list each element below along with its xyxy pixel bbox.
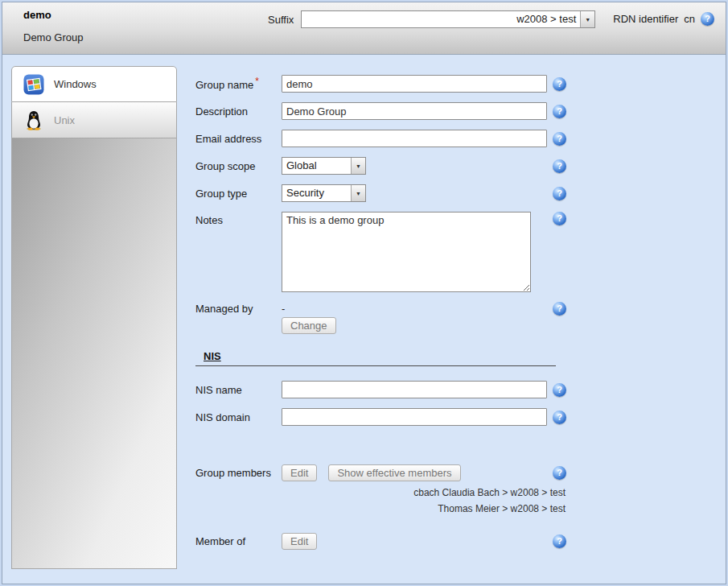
nis-name-label: NIS name (195, 384, 282, 396)
group-name-row: Group name* ? (195, 75, 574, 93)
nis-name-row: NIS name ? (195, 381, 574, 398)
rdn-label: RDN identifier (613, 13, 678, 25)
managed-by-value: - (282, 303, 285, 315)
group-name-label: Group name* (195, 76, 282, 91)
suffix-select[interactable]: w2008 > test ▼ (301, 10, 595, 28)
window: demo Demo Group Suffix w2008 > test ▼ RD… (2, 2, 726, 584)
group-members-edit-button[interactable]: Edit (282, 464, 317, 481)
notes-label: Notes (195, 212, 282, 226)
member-of-edit-button[interactable]: Edit (282, 533, 317, 550)
help-icon-nis-name[interactable]: ? (553, 383, 566, 397)
rdn-value: cn (684, 13, 695, 25)
group-members-label: Group members (195, 467, 282, 479)
group-scope-label: Group scope (195, 160, 282, 172)
group-scope-row: Group scope Global ▼ ? (195, 157, 574, 175)
help-icon-group-name[interactable]: ? (553, 77, 566, 91)
group-name-input[interactable] (282, 75, 547, 93)
member-item: cbach Claudia Bach > w2008 > test (195, 485, 566, 501)
managed-by-change-row: Change (195, 317, 574, 334)
main-form: Group name* ? Description ? Email addres… (195, 75, 574, 559)
help-icon-group-scope[interactable]: ? (553, 159, 566, 173)
group-members-row: Group members Edit Show effective member… (195, 464, 574, 481)
member-item: Thomas Meier > w2008 > test (195, 501, 566, 517)
nis-domain-label: NIS domain (195, 411, 282, 423)
header: demo Demo Group Suffix w2008 > test ▼ RD… (2, 2, 726, 55)
managed-by-label: Managed by (195, 303, 282, 315)
member-of-row: Member of Edit ? (195, 533, 574, 550)
sidebar-panel-background (11, 138, 177, 569)
windows-logo-icon (23, 74, 44, 95)
show-effective-members-button[interactable]: Show effective members (328, 464, 460, 481)
group-scope-select[interactable]: Global ▼ (282, 157, 366, 175)
help-icon-managed-by[interactable]: ? (553, 302, 566, 316)
help-icon-group-members[interactable]: ? (553, 466, 566, 480)
notes-textarea[interactable]: This is a demo group (282, 212, 531, 292)
help-icon-notes[interactable]: ? (553, 212, 566, 225)
nis-section-title: NIS (204, 350, 221, 362)
tux-penguin-icon (23, 109, 44, 130)
tab-windows-label: Windows (54, 78, 97, 90)
help-icon-nis-domain[interactable]: ? (553, 411, 566, 424)
group-scope-value: Global (282, 158, 351, 174)
group-type-row: Group type Security ▼ ? (195, 184, 574, 202)
tab-unix[interactable]: Unix (11, 102, 177, 138)
required-marker-icon: * (255, 76, 259, 87)
dropdown-arrow-icon: ▼ (351, 158, 365, 174)
group-type-value: Security (282, 185, 351, 201)
email-row: Email address ? (195, 130, 574, 147)
tab-windows[interactable]: Windows (11, 66, 177, 102)
tab-unix-label: Unix (54, 114, 75, 126)
change-button[interactable]: Change (282, 317, 336, 334)
email-label: Email address (195, 133, 282, 145)
help-icon-description[interactable]: ? (553, 105, 566, 118)
nis-domain-row: NIS domain ? (195, 408, 574, 426)
help-icon-email[interactable]: ? (553, 132, 566, 146)
help-icon-member-of[interactable]: ? (553, 534, 566, 548)
page-title: demo (23, 9, 51, 21)
help-icon-group-type[interactable]: ? (553, 187, 566, 200)
nis-name-input[interactable] (282, 381, 547, 398)
spacer (195, 517, 574, 523)
group-type-select[interactable]: Security ▼ (282, 184, 366, 202)
group-members-list: cbach Claudia Bach > w2008 > test Thomas… (195, 485, 566, 517)
description-row: Description ? (195, 102, 574, 120)
description-input[interactable] (282, 102, 547, 120)
sidebar: Windows Unix (11, 66, 177, 569)
dropdown-arrow-icon: ▼ (580, 11, 594, 27)
rdn-group: RDN identifier cn ? (613, 12, 714, 26)
email-input[interactable] (282, 130, 547, 147)
page-subtitle: Demo Group (23, 31, 83, 43)
group-type-label: Group type (195, 188, 282, 200)
help-icon-rdn[interactable]: ? (701, 12, 714, 26)
member-of-label: Member of (195, 535, 282, 547)
notes-row: Notes This is a demo group ? (195, 212, 574, 292)
suffix-select-value: w2008 > test (302, 11, 580, 27)
suffix-label: Suffix (268, 14, 294, 26)
nis-section-header: NIS (195, 350, 556, 366)
nis-domain-input[interactable] (282, 408, 547, 426)
suffix-group: Suffix w2008 > test ▼ (268, 10, 595, 28)
spacer (195, 435, 574, 464)
dropdown-arrow-icon: ▼ (351, 185, 365, 201)
description-label: Description (195, 105, 282, 118)
managed-by-row: Managed by - ? (195, 302, 574, 316)
